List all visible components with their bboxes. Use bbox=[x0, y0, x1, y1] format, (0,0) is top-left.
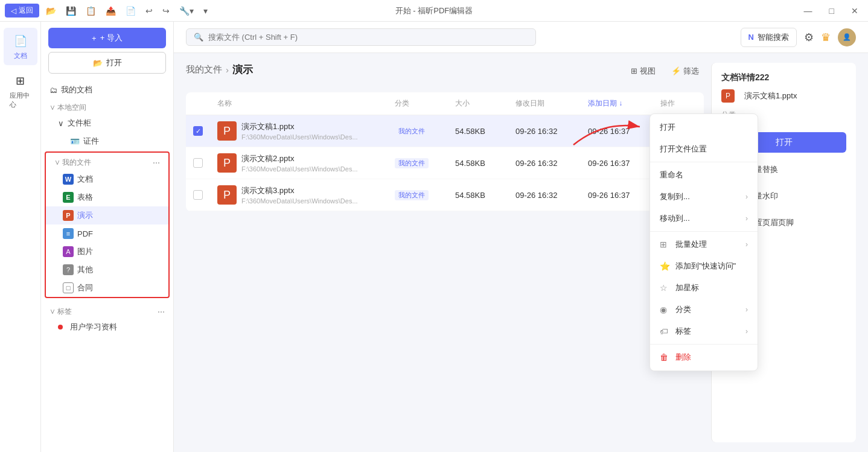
ctx-tag-icon: 🏷 bbox=[660, 326, 671, 336]
titlebar-right: — □ ✕ bbox=[799, 5, 863, 17]
sidebar-tree: + + 导入 📂 打开 🗂 我的文档 ∨ 本地空间 ∨ 文件柜 🪪 证件 ∨ 我… bbox=[41, 22, 174, 452]
ctx-batch[interactable]: ⊞ 批量处理 › bbox=[650, 234, 758, 255]
my-files-header: ∨ 我的文件 ⋯ bbox=[46, 153, 168, 170]
other-icon: ? bbox=[63, 264, 74, 275]
sidebar-item-my-docs[interactable]: 🗂 我的文档 bbox=[41, 81, 173, 99]
ppt-icon: P bbox=[63, 210, 74, 221]
maximize-button[interactable]: □ bbox=[825, 5, 839, 17]
row3-name-cell: P 演示文稿3.pptx F:\360MoveData\Users\Window… bbox=[217, 185, 395, 205]
tags-more-icon[interactable]: ⋯ bbox=[158, 308, 165, 316]
ctx-divider-2 bbox=[650, 231, 758, 232]
ai-search-button[interactable]: N 智能搜索 bbox=[741, 28, 797, 47]
ctx-tag-label: 标签 bbox=[675, 326, 691, 337]
sidebar-item-document[interactable]: 📄 文档 bbox=[4, 28, 37, 65]
view-label: 视图 bbox=[640, 66, 656, 77]
search-input[interactable] bbox=[208, 33, 528, 42]
document-label: 文档 bbox=[14, 51, 27, 60]
minimize-button[interactable]: — bbox=[799, 5, 817, 17]
sidebar-item-pdf[interactable]: ≡ PDF bbox=[46, 224, 168, 243]
sidebar-item-tag-study[interactable]: 用户学习资料 bbox=[41, 318, 173, 336]
back-button[interactable]: ◁ 返回 bbox=[5, 4, 39, 18]
ctx-open-location-label: 打开文件位置 bbox=[660, 144, 707, 154]
pdf-icon: ≡ bbox=[63, 228, 74, 239]
header-type: 分类 bbox=[395, 98, 455, 109]
ctx-star[interactable]: ☆ 加星标 bbox=[650, 277, 758, 299]
search-bar[interactable]: 🔍 bbox=[186, 28, 536, 46]
ctx-star-icon: ☆ bbox=[660, 283, 671, 293]
titlebar: ◁ 返回 📂 💾 📋 📤 📄 ↩ ↪ 🔧▾ ▾ 开始 - 福昕PDF编辑器 — … bbox=[0, 0, 868, 22]
local-space-toggle[interactable]: ∨ 本地空间 bbox=[49, 103, 86, 113]
table-row[interactable]: P 演示文稿2.pptx F:\360MoveData\Users\Window… bbox=[186, 147, 704, 179]
new-doc-icon[interactable]: 📄 bbox=[123, 5, 139, 17]
sidebar-item-file-cabinet[interactable]: ∨ 文件柜 bbox=[41, 114, 173, 132]
my-files-more-icon[interactable]: ⋯ bbox=[153, 159, 160, 167]
avatar-image: 👤 bbox=[843, 33, 851, 41]
breadcrumb-parent[interactable]: 我的文件 bbox=[186, 64, 222, 75]
plus-icon: + bbox=[92, 34, 97, 43]
filter-label: 筛选 bbox=[683, 66, 699, 77]
row2-file-info: 演示文稿2.pptx F:\360MoveData\Users\Windows\… bbox=[241, 153, 358, 173]
save-icon[interactable]: 💾 bbox=[63, 5, 79, 17]
breadcrumb-sep: › bbox=[226, 65, 229, 75]
ctx-delete-icon: 🗑 bbox=[660, 352, 671, 362]
row1-checkbox[interactable]: ✓ bbox=[193, 126, 217, 136]
save-as-icon[interactable]: 📋 bbox=[83, 5, 99, 17]
sidebar-item-contract[interactable]: □ 合同 bbox=[46, 279, 168, 297]
sidebar-item-apps[interactable]: ⊞ 应用中心 bbox=[4, 68, 37, 114]
table-row[interactable]: ✓ P 演示文稿1.pptx F:\360MoveData\Users\Wind… bbox=[186, 115, 704, 147]
sidebar-item-other[interactable]: ? 其他 bbox=[46, 261, 168, 279]
ctx-rename[interactable]: 重命名 bbox=[650, 164, 758, 186]
user-avatar[interactable]: 👤 bbox=[838, 28, 856, 46]
ppt-label: 演示 bbox=[77, 210, 93, 221]
toolbar: ⊞ 视图 ⚡ 筛选 bbox=[626, 63, 704, 79]
ctx-open[interactable]: 打开 bbox=[650, 116, 758, 138]
tags-label: 标签 bbox=[57, 307, 72, 316]
sidebar-item-image[interactable]: A 图片 bbox=[46, 243, 168, 261]
export-icon[interactable]: 📤 bbox=[103, 5, 119, 17]
sidebar-icons: 📄 文档 ⊞ 应用中心 bbox=[0, 22, 41, 452]
tag-study-label: 用户学习资料 bbox=[70, 322, 117, 333]
undo-icon[interactable]: ↩ bbox=[142, 5, 156, 17]
table-row[interactable]: P 演示文稿3.pptx F:\360MoveData\Users\Window… bbox=[186, 179, 704, 211]
ctx-classify-arrow: › bbox=[745, 305, 748, 314]
other-label: 其他 bbox=[77, 264, 93, 275]
row2-checkbox[interactable] bbox=[193, 158, 217, 168]
row2-name-cell: P 演示文稿2.pptx F:\360MoveData\Users\Window… bbox=[217, 153, 395, 173]
search-icon: 🔍 bbox=[194, 33, 203, 42]
sidebar-item-word[interactable]: W 文档 bbox=[46, 170, 168, 188]
dropdown-icon[interactable]: ▾ bbox=[200, 5, 211, 17]
header-modified: 修改日期 bbox=[515, 98, 588, 109]
ctx-add-quick[interactable]: ⭐ 添加到"快速访问" bbox=[650, 255, 758, 277]
ctx-delete[interactable]: 🗑 删除 bbox=[650, 346, 758, 368]
right-panel-filename-text: 演示文稿1.pptx bbox=[744, 91, 797, 101]
row3-filepath: F:\360MoveData\Users\Windows\Des... bbox=[241, 197, 358, 205]
sidebar-item-ppt[interactable]: P 演示 bbox=[46, 206, 168, 224]
ctx-copy-to[interactable]: 复制到... › bbox=[650, 186, 758, 208]
import-button[interactable]: + + 导入 bbox=[48, 28, 166, 48]
ctx-tag[interactable]: 🏷 标签 › bbox=[650, 320, 758, 342]
row3-checkbox[interactable] bbox=[193, 190, 217, 200]
right-panel-file-icon: P bbox=[721, 89, 735, 103]
sidebar-item-excel[interactable]: E 表格 bbox=[46, 188, 168, 206]
tools-icon[interactable]: 🔧▾ bbox=[176, 5, 197, 17]
ctx-open-location[interactable]: 打开文件位置 bbox=[650, 138, 758, 160]
ctx-divider-1 bbox=[650, 162, 758, 162]
open-button[interactable]: 📂 打开 bbox=[48, 52, 166, 74]
folder-open-icon[interactable]: 📂 bbox=[43, 5, 59, 17]
header-size: 大小 bbox=[455, 98, 515, 109]
redo-icon[interactable]: ↪ bbox=[159, 5, 173, 17]
settings-icon[interactable]: ⚙ bbox=[804, 31, 814, 44]
filter-button[interactable]: ⚡ 筛选 bbox=[666, 63, 704, 79]
ctx-classify[interactable]: ◉ 分类 › bbox=[650, 299, 758, 320]
word-icon: W bbox=[63, 174, 74, 185]
ctx-move-to[interactable]: 移动到... › bbox=[650, 208, 758, 229]
close-button[interactable]: ✕ bbox=[846, 5, 863, 17]
view-button[interactable]: ⊞ 视图 bbox=[626, 63, 660, 79]
my-docs-label: 我的文档 bbox=[61, 84, 92, 95]
row3-filename: 演示文稿3.pptx bbox=[241, 185, 358, 196]
pdf-label: PDF bbox=[77, 229, 93, 238]
apps-label: 应用中心 bbox=[10, 91, 31, 109]
my-files-section: ∨ 我的文件 ⋯ W 文档 E 表格 P 演示 ≡ PDF A 图片 bbox=[45, 151, 170, 298]
sidebar-item-cert[interactable]: 🪪 证件 bbox=[41, 132, 173, 150]
crown-icon[interactable]: ♛ bbox=[821, 31, 831, 44]
